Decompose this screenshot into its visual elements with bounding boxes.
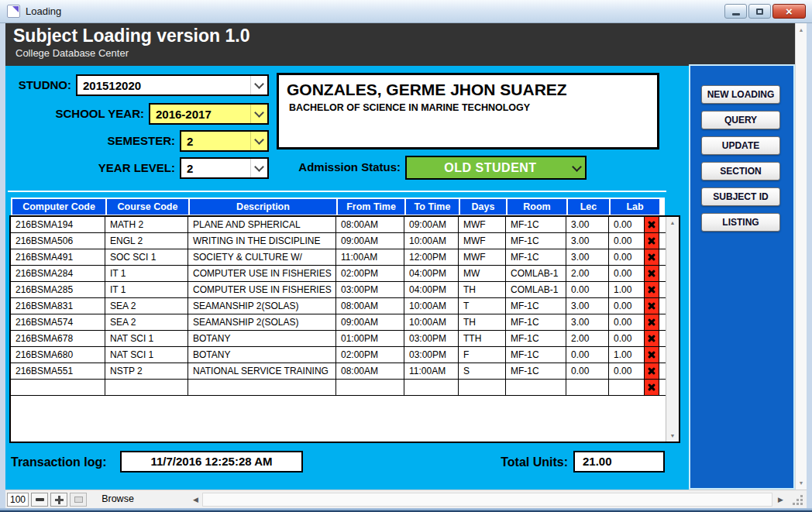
table-cell[interactable]: TTH <box>459 331 506 346</box>
delete-row-button[interactable] <box>645 363 659 379</box>
table-cell[interactable]: 0.00 <box>566 363 609 379</box>
table-cell[interactable] <box>336 380 404 395</box>
table-cell[interactable]: 0.00 <box>609 314 645 330</box>
column-header-lec[interactable]: Lec <box>568 199 609 215</box>
sidebar-button-subject-id[interactable]: SUBJECT ID <box>701 187 780 206</box>
record-count-box[interactable]: 100 <box>7 493 29 507</box>
column-header-from-time[interactable]: From Time <box>338 199 404 215</box>
sidebar-button-listing[interactable]: LISTING <box>701 213 780 232</box>
sidebar-button-update[interactable]: UPDATE <box>701 136 780 155</box>
column-header-computer-code[interactable]: Computer Code <box>12 199 105 215</box>
table-cell[interactable]: 04:00PM <box>404 282 459 297</box>
delete-row-button[interactable] <box>645 266 659 281</box>
studno-combobox[interactable]: 201512020 <box>76 74 269 96</box>
table-cell[interactable]: 0.00 <box>609 331 645 346</box>
semester-combobox[interactable]: 2 <box>180 130 269 152</box>
table-cell[interactable]: 3.00 <box>566 233 609 249</box>
table-cell[interactable]: 02:00PM <box>336 347 404 363</box>
table-cell[interactable]: 01:00PM <box>336 331 404 346</box>
table-cell[interactable]: 0.00 <box>609 217 645 232</box>
minimize-button[interactable] <box>724 4 747 19</box>
table-cell[interactable]: WRITING IN THE DISCIPLINE <box>188 233 336 249</box>
table-cell[interactable]: 03:00PM <box>404 347 459 363</box>
table-scrollbar[interactable]: ▲ ▼ <box>666 217 679 442</box>
column-header-to-time[interactable]: To Time <box>406 199 459 215</box>
table-cell[interactable]: 2.00 <box>566 331 609 346</box>
table-cell[interactable]: 04:00PM <box>404 266 459 281</box>
maximize-button[interactable] <box>748 4 771 19</box>
table-cell[interactable]: MF-1C <box>506 233 566 249</box>
table-cell[interactable]: PLANE AND SPHERICAL <box>188 217 336 232</box>
table-cell[interactable]: 1.00 <box>609 347 645 363</box>
table-cell[interactable]: 216BSMA491 <box>11 249 105 265</box>
table-cell[interactable]: 1.00 <box>609 282 645 297</box>
table-cell[interactable]: MF-1C <box>506 347 566 363</box>
table-cell[interactable]: 216BSMA678 <box>11 331 105 346</box>
delete-row-button[interactable] <box>645 347 659 363</box>
table-cell[interactable]: 11:00AM <box>404 363 459 379</box>
chevron-down-icon[interactable] <box>250 159 267 177</box>
column-header-days[interactable]: Days <box>460 199 506 215</box>
table-cell[interactable]: 3.00 <box>566 249 609 265</box>
delete-row-button[interactable] <box>645 298 659 314</box>
sidebar-button-section[interactable]: SECTION <box>701 162 780 180</box>
table-cell[interactable]: COMPUTER USE IN FISHERIES <box>188 266 336 281</box>
delete-row-button[interactable] <box>645 217 659 232</box>
horizontal-scrollbar[interactable] <box>202 493 772 507</box>
table-cell[interactable]: 09:00AM <box>336 314 404 330</box>
table-cell[interactable]: SEA 2 <box>105 298 188 314</box>
table-cell[interactable]: 216BSMA194 <box>11 217 105 232</box>
table-cell[interactable]: 3.00 <box>566 298 609 314</box>
table-cell[interactable]: 09:00AM <box>404 217 459 232</box>
table-cell[interactable]: SEAMANSHIP 2(SOLAS) <box>188 298 336 314</box>
table-cell[interactable]: BOTANY <box>188 347 336 363</box>
delete-row-button[interactable] <box>645 233 659 249</box>
table-cell[interactable]: T <box>459 298 506 314</box>
table-cell[interactable]: 10:00AM <box>404 298 459 314</box>
delete-row-button[interactable] <box>645 314 659 330</box>
table-cell[interactable]: 216BSMA831 <box>11 298 105 314</box>
table-cell[interactable]: 11:00AM <box>336 249 404 265</box>
table-cell[interactable]: 216BSMA506 <box>11 233 105 249</box>
table-cell[interactable]: 02:00PM <box>336 266 404 281</box>
column-header-lab[interactable]: Lab <box>611 199 659 215</box>
table-cell[interactable]: MATH 2 <box>105 217 188 232</box>
table-cell[interactable] <box>566 380 609 395</box>
table-cell[interactable] <box>404 380 459 395</box>
sidebar-button-query[interactable]: QUERY <box>701 111 780 129</box>
table-cell[interactable] <box>609 380 645 395</box>
table-cell[interactable]: MWF <box>459 233 506 249</box>
table-cell[interactable]: SOC SCI 1 <box>105 249 188 265</box>
delete-row-button[interactable] <box>645 282 659 297</box>
table-cell[interactable]: NAT SCI 1 <box>105 331 188 346</box>
table-cell[interactable]: COMPUTER USE IN FISHERIES <box>188 282 336 297</box>
table-cell[interactable]: 216BSMA551 <box>11 363 105 379</box>
column-header-room[interactable]: Room <box>508 199 566 215</box>
table-cell[interactable]: MWF <box>459 249 506 265</box>
table-cell[interactable]: COMLAB-1 <box>506 266 566 281</box>
table-cell[interactable]: TH <box>459 282 506 297</box>
table-cell[interactable]: 08:00AM <box>336 363 404 379</box>
add-record-button[interactable] <box>50 493 67 507</box>
table-cell[interactable]: SEA 2 <box>105 314 188 330</box>
table-cell[interactable] <box>188 380 336 395</box>
table-cell[interactable]: IT 1 <box>105 282 188 297</box>
table-cell[interactable]: 08:00AM <box>336 298 404 314</box>
table-cell[interactable]: MF-1C <box>506 363 566 379</box>
table-cell[interactable]: 0.00 <box>609 249 645 265</box>
table-cell[interactable]: 216BSMA285 <box>11 282 105 297</box>
form-vertical-scrollbar[interactable]: ▲ ▼ <box>795 23 807 490</box>
table-cell[interactable]: SEAMANSHIP 2(SOLAS) <box>188 314 336 330</box>
scroll-down-icon[interactable]: ▼ <box>796 480 807 486</box>
scroll-up-icon[interactable]: ▲ <box>666 220 679 225</box>
delete-row-button[interactable] <box>645 249 659 265</box>
table-cell[interactable]: COMLAB-1 <box>506 282 566 297</box>
table-cell[interactable]: 10:00AM <box>404 233 459 249</box>
table-cell[interactable]: 216BSMA284 <box>11 266 105 281</box>
table-cell[interactable]: NAT SCI 1 <box>105 347 188 363</box>
table-cell[interactable]: ENGL 2 <box>105 233 188 249</box>
table-cell[interactable]: NSTP 2 <box>105 363 188 379</box>
delete-row-button[interactable] <box>645 380 659 395</box>
table-cell[interactable]: 03:00PM <box>336 282 404 297</box>
year-level-combobox[interactable]: 2 <box>180 157 269 179</box>
